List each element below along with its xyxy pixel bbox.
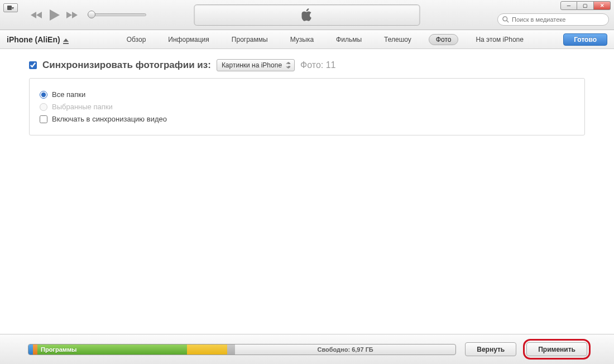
playback-controls [31, 8, 146, 22]
capacity-segment-other [227, 344, 235, 355]
option-selected-folders: Выбранные папки [40, 103, 574, 111]
device-bar: iPhone (AliEn) Обзор Информация Программ… [0, 30, 614, 49]
apply-button[interactable]: Применить [526, 342, 587, 356]
search-box[interactable] [497, 13, 609, 26]
include-video-checkbox[interactable] [40, 115, 47, 123]
photo-count-label: Фото: 11 [300, 60, 335, 70]
close-button[interactable]: ✕ [594, 1, 611, 10]
apply-highlight: Применить [523, 339, 591, 360]
mini-player-menu[interactable] [3, 3, 18, 12]
capacity-segment-apps-label: Программы [41, 346, 76, 353]
all-folders-radio[interactable] [40, 91, 47, 99]
capacity-segment-apps: Программы [37, 344, 187, 355]
tab-music[interactable]: Музыка [285, 34, 319, 45]
option-all-folders[interactable]: Все папки [40, 90, 574, 99]
option-include-video[interactable]: Включать в синхронизацию видео [40, 115, 574, 123]
previous-track-icon[interactable] [31, 11, 43, 20]
include-video-label: Включать в синхронизацию видео [52, 115, 167, 123]
tab-on-this-iphone[interactable]: На этом iPhone [471, 34, 529, 45]
done-button[interactable]: Готово [563, 33, 607, 46]
device-tabs: Обзор Информация Программы Музыка Фильмы… [122, 34, 529, 45]
tab-movies[interactable]: Фильмы [331, 34, 367, 45]
photo-source-value: Картинки на iPhone [222, 61, 282, 69]
capacity-bar: Программы Свободно: 6,97 ГБ [28, 344, 456, 355]
sync-header-row: Синхронизировать фотографии из: Картинки… [29, 59, 585, 71]
tab-overview[interactable]: Обзор [122, 34, 151, 45]
next-track-icon[interactable] [65, 11, 78, 20]
selected-folders-label: Выбранные папки [52, 103, 113, 111]
tab-photo[interactable]: Фото [429, 34, 459, 45]
capacity-segment-photos [187, 344, 227, 355]
device-name-label: iPhone (AliEn) [7, 35, 60, 44]
search-input[interactable] [512, 16, 604, 23]
device-name[interactable]: iPhone (AliEn) [7, 35, 69, 44]
volume-slider[interactable] [88, 12, 146, 18]
sync-photos-checkbox[interactable] [29, 61, 37, 69]
lcd-display [194, 4, 420, 26]
top-toolbar: ─ ▢ ✕ [0, 0, 614, 30]
play-icon[interactable] [47, 8, 61, 22]
tab-tvshows[interactable]: Телешоу [379, 34, 416, 45]
eject-icon[interactable] [63, 37, 69, 42]
tab-info[interactable]: Информация [163, 34, 214, 45]
footer-bar: Программы Свободно: 6,97 ГБ Вернуть Прим… [0, 334, 614, 364]
svg-line-1 [507, 21, 509, 22]
revert-button[interactable]: Вернуть [465, 342, 516, 356]
capacity-segment-video [33, 344, 37, 355]
tab-programs[interactable]: Программы [227, 34, 273, 45]
apple-logo-icon [301, 8, 313, 22]
all-folders-label: Все папки [52, 90, 85, 99]
sync-options-panel: Все папки Выбранные папки Включать в син… [29, 78, 585, 135]
capacity-free-label: Свободно: 6,97 ГБ [235, 344, 455, 355]
window-controls: ─ ▢ ✕ [560, 1, 611, 10]
photo-source-select[interactable]: Картинки на iPhone ▲▼ [217, 59, 295, 71]
content-area: Синхронизировать фотографии из: Картинки… [0, 49, 614, 145]
capacity-segment-audio [28, 344, 33, 355]
sync-photos-title: Синхронизировать фотографии из: [42, 60, 211, 71]
selected-folders-radio [40, 103, 47, 111]
svg-point-0 [503, 17, 507, 21]
minimize-button[interactable]: ─ [560, 1, 577, 10]
maximize-button[interactable]: ▢ [577, 1, 594, 10]
search-icon [502, 16, 509, 23]
